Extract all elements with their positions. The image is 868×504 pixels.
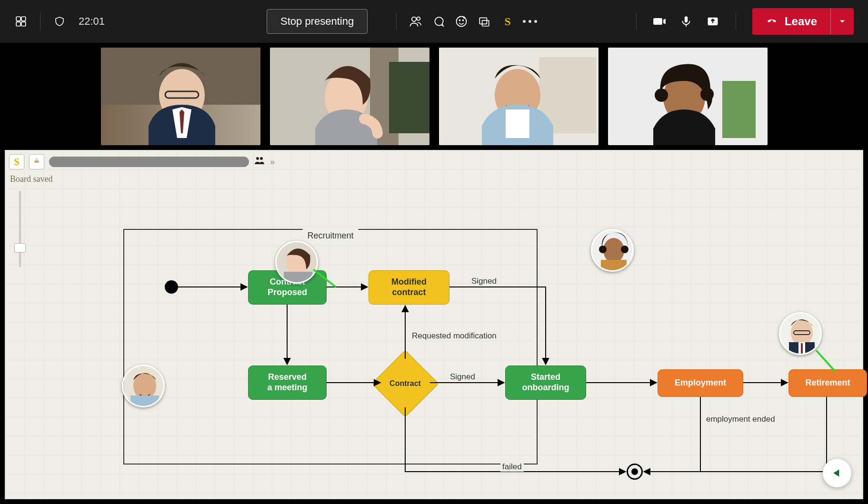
shield-icon[interactable] bbox=[53, 15, 66, 28]
video-tile[interactable] bbox=[101, 48, 260, 145]
edge-label: employment ended bbox=[704, 415, 777, 424]
svg-rect-57 bbox=[801, 343, 803, 355]
node-employment[interactable]: Employment bbox=[658, 369, 743, 397]
edge-label: Requested modification bbox=[410, 331, 499, 341]
stop-presenting-button[interactable]: Stop presenting bbox=[267, 9, 368, 34]
frame-recruitment[interactable]: Recruitment bbox=[123, 229, 538, 464]
rooms-icon[interactable] bbox=[478, 15, 491, 28]
play-button[interactable] bbox=[823, 459, 851, 487]
call-timer: 22:01 bbox=[79, 15, 105, 28]
svg-point-50 bbox=[621, 246, 629, 253]
edge-label: Signed bbox=[469, 277, 499, 286]
svg-rect-26 bbox=[722, 81, 756, 138]
collaborator-cursor bbox=[591, 229, 634, 272]
play-icon bbox=[831, 467, 843, 479]
collaborator-cursor bbox=[779, 312, 822, 355]
node-retirement[interactable]: Retirement bbox=[788, 369, 867, 397]
edge-label: failed bbox=[500, 462, 524, 472]
participant-portrait-icon bbox=[270, 48, 429, 145]
svg-rect-11 bbox=[685, 16, 688, 22]
share-icon[interactable] bbox=[706, 15, 719, 28]
node-contract-decision[interactable]: Contract bbox=[381, 360, 429, 407]
svg-point-28 bbox=[655, 89, 668, 102]
svg-rect-20 bbox=[389, 62, 429, 133]
svg-rect-1 bbox=[21, 17, 26, 21]
reactions-icon[interactable] bbox=[455, 15, 468, 28]
collaborator-cursor bbox=[275, 241, 318, 284]
frame-title: Recruitment bbox=[302, 229, 358, 243]
video-row bbox=[0, 43, 868, 150]
svg-rect-10 bbox=[482, 20, 489, 26]
end-node[interactable] bbox=[627, 464, 643, 480]
svg-rect-0 bbox=[16, 17, 20, 21]
separator bbox=[636, 13, 637, 30]
participant-portrait-icon bbox=[439, 48, 599, 145]
app-logo-s-icon[interactable]: S bbox=[500, 15, 514, 28]
video-tile[interactable] bbox=[439, 48, 599, 145]
node-reserved-meeting[interactable]: Reserved a meeting bbox=[248, 366, 327, 400]
svg-point-6 bbox=[457, 17, 467, 27]
svg-point-42 bbox=[133, 373, 156, 399]
participant-portrait-icon bbox=[101, 48, 260, 145]
svg-point-4 bbox=[412, 17, 416, 21]
node-modified-contract[interactable]: Modified contract bbox=[369, 270, 449, 305]
svg-point-8 bbox=[463, 20, 464, 21]
diagram: Recruitment Contract Proposed Modified c… bbox=[5, 150, 863, 499]
collaborator-cursor bbox=[122, 365, 165, 407]
chevron-down-icon bbox=[838, 17, 847, 26]
cursor-trail bbox=[816, 350, 836, 372]
grid-icon[interactable] bbox=[14, 15, 28, 28]
mic-icon[interactable] bbox=[679, 15, 693, 28]
svg-rect-51 bbox=[601, 260, 627, 272]
meeting-app: 22:01 Stop presenting S bbox=[0, 0, 868, 504]
topbar: 22:01 Stop presenting S bbox=[0, 0, 868, 43]
leave-button[interactable]: Leave bbox=[752, 8, 830, 35]
svg-point-5 bbox=[417, 17, 420, 20]
people-icon[interactable] bbox=[409, 15, 422, 28]
svg-point-29 bbox=[700, 88, 714, 101]
svg-rect-9 bbox=[479, 18, 487, 24]
more-icon[interactable] bbox=[523, 15, 537, 28]
start-node[interactable] bbox=[165, 280, 178, 294]
svg-rect-3 bbox=[21, 22, 26, 26]
video-tile[interactable] bbox=[270, 48, 429, 145]
camera-icon[interactable] bbox=[653, 15, 666, 28]
separator bbox=[396, 13, 397, 30]
separator bbox=[736, 13, 736, 30]
hangup-icon bbox=[766, 15, 778, 28]
whiteboard[interactable]: S » Board saved Recruitment Contract Pro… bbox=[5, 150, 863, 499]
svg-point-49 bbox=[599, 246, 607, 253]
chat-icon[interactable] bbox=[432, 15, 445, 28]
leave-dropdown[interactable] bbox=[830, 8, 854, 35]
edge-label: Signed bbox=[448, 372, 477, 382]
svg-rect-2 bbox=[16, 22, 20, 26]
participant-portrait-icon bbox=[608, 48, 768, 145]
leave-label: Leave bbox=[785, 15, 817, 28]
svg-point-7 bbox=[459, 20, 460, 21]
separator bbox=[40, 13, 40, 30]
video-tile[interactable] bbox=[608, 48, 768, 145]
node-started-onboarding[interactable]: Started onboarding bbox=[505, 366, 586, 400]
